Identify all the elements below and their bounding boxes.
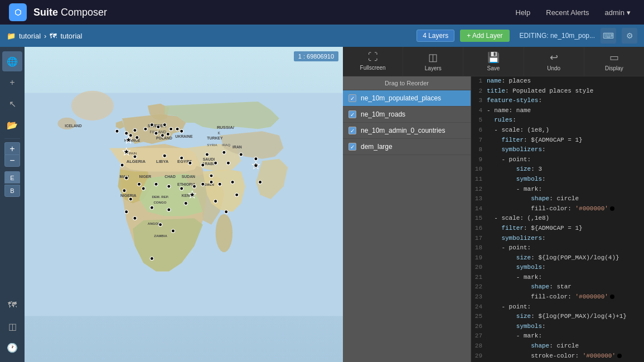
svg-point-41 — [180, 129, 183, 133]
sidebar-layers-btn[interactable]: ◫ — [2, 316, 22, 336]
svg-point-64 — [192, 185, 196, 188]
layer-item[interactable]: ✓dem_large — [343, 139, 471, 155]
layer-b-btn[interactable]: B — [4, 185, 20, 197]
map-area[interactable]: SWEDEN FINLAND ICELAND POLAND UKRAINE FR… — [25, 47, 343, 362]
svg-point-49 — [133, 155, 137, 158]
line-number: 29 — [471, 351, 487, 361]
sidebar-map-btn[interactable]: 🗺 — [2, 295, 22, 315]
svg-point-34 — [133, 129, 137, 132]
recent-alerts-link[interactable]: Recent Alerts — [541, 6, 593, 19]
line-content: symbols: — [487, 175, 546, 185]
gear-icon[interactable]: ⚙ — [622, 28, 637, 44]
line-number: 1 — [471, 76, 487, 86]
layer-item[interactable]: ✓ne_10m_populated_places — [343, 90, 471, 107]
line-number: 26 — [471, 322, 487, 332]
sidebar-plus-btn[interactable]: + — [2, 73, 22, 93]
svg-text:SAUDI: SAUDI — [203, 157, 215, 161]
code-panel[interactable]: 1name: places2title: Populated places st… — [471, 76, 644, 362]
svg-point-48 — [115, 129, 119, 133]
line-number: 14 — [471, 204, 487, 214]
svg-point-42 — [129, 134, 132, 137]
layer-checkbox[interactable]: ✓ — [348, 127, 356, 134]
sidebar-divider-1 — [4, 138, 20, 139]
zoom-in-btn[interactable]: + — [4, 142, 20, 155]
code-line: 23 fill-color: '#000000' — [471, 292, 644, 302]
display-label: Display — [605, 65, 623, 71]
admin-label: admin — [605, 8, 624, 17]
code-line: 24 - point: — [471, 302, 644, 312]
line-number: 4 — [471, 106, 487, 116]
svg-text:CHAD: CHAD — [164, 175, 176, 178]
breadcrumb-map[interactable]: tutorial — [60, 32, 82, 40]
brand-name: Suite Composer — [33, 7, 107, 18]
layer-checkbox[interactable]: ✓ — [348, 94, 356, 102]
breadcrumb-project[interactable]: tutorial — [19, 32, 41, 40]
help-link[interactable]: Help — [511, 6, 535, 19]
svg-text:UKRAINE: UKRAINE — [175, 134, 193, 138]
code-line: 28 shape: circle — [471, 341, 644, 351]
svg-text:IRAQ: IRAQ — [222, 143, 230, 147]
layer-item[interactable]: ✓ne_10m_roads — [343, 107, 471, 123]
svg-point-57 — [138, 182, 141, 186]
line-content: - mark: — [487, 185, 542, 195]
line-content: symbolizers: — [487, 234, 546, 244]
sidebar-cursor-btn[interactable]: ↖ — [2, 94, 22, 114]
line-content: shape: circle — [487, 194, 579, 204]
svg-point-45 — [154, 132, 158, 135]
keyboard-icon[interactable]: ⌨ — [601, 28, 616, 44]
line-content: feature-styles: — [487, 96, 542, 106]
code-line: 7 filter: ${ADM0CAP = 1} — [471, 136, 644, 146]
save-icon: 💾 — [487, 51, 500, 64]
map-breadcrumb-icon: 🗺 — [50, 32, 57, 40]
sidebar-folder-btn[interactable]: 📂 — [2, 115, 22, 135]
svg-point-75 — [150, 206, 153, 209]
admin-menu[interactable]: admin ▾ — [601, 6, 635, 19]
code-line: 25 size: ${log(POP_MAX)/log(4)+1} — [471, 312, 644, 322]
top-navigation: ⬡ Suite Composer Help Recent Alerts admi… — [0, 0, 644, 25]
svg-point-80 — [159, 223, 162, 226]
svg-point-40 — [176, 127, 179, 131]
svg-point-54 — [239, 153, 243, 156]
layers-count-badge[interactable]: 4 Layers — [417, 30, 454, 42]
line-number: 9 — [471, 155, 487, 165]
svg-text:ICELAND: ICELAND — [65, 124, 81, 128]
svg-point-76 — [167, 208, 171, 211]
line-number: 16 — [471, 224, 487, 234]
svg-point-46 — [161, 134, 164, 137]
line-number: 25 — [471, 312, 487, 322]
svg-point-60 — [142, 187, 145, 190]
layer-item[interactable]: ✓ne_10m_admin_0_countries — [343, 123, 471, 139]
line-content: name: places — [487, 76, 531, 86]
map-svg: SWEDEN FINLAND ICELAND POLAND UKRAINE FR… — [25, 47, 343, 362]
svg-point-65 — [201, 182, 205, 186]
layer-checkbox[interactable]: ✓ — [348, 110, 356, 118]
sidebar-clock-btn[interactable]: 🕐 — [2, 337, 22, 358]
svg-point-63 — [180, 187, 183, 190]
zoom-out-btn[interactable]: − — [4, 155, 20, 167]
svg-point-85 — [235, 193, 239, 196]
line-content: - point: — [487, 302, 531, 312]
code-line: 19 size: ${log(POP_MAX)/log(4)} — [471, 253, 644, 263]
line-number: 19 — [471, 253, 487, 263]
sidebar-globe-btn[interactable]: 🌐 — [2, 51, 22, 71]
add-layer-button[interactable]: + Add Layer — [460, 30, 509, 42]
layer-panel-header: Drag to Reorder — [343, 76, 471, 90]
layer-e-btn[interactable]: E — [4, 171, 20, 184]
line-number: 23 — [471, 292, 487, 302]
fullscreen-action-btn[interactable]: ⛶ Fullscreen — [343, 47, 403, 76]
display-action-btn[interactable]: ▭ Display — [584, 47, 644, 76]
svg-point-53 — [222, 151, 226, 154]
save-action-btn[interactable]: 💾 Save — [463, 47, 524, 76]
code-line: 17 symbolizers: — [471, 234, 644, 244]
layer-checkbox[interactable]: ✓ — [348, 143, 356, 151]
svg-text:K: K — [217, 131, 220, 135]
layers-action-btn[interactable]: ◫ Layers — [403, 47, 463, 76]
admin-caret-icon: ▾ — [627, 8, 631, 17]
line-number: 22 — [471, 282, 487, 292]
line-number: 11 — [471, 175, 487, 185]
undo-action-btn[interactable]: ↩ Undo — [524, 47, 584, 76]
code-line: 27 - mark: — [471, 331, 644, 341]
save-label: Save — [487, 65, 500, 71]
svg-text:SYRIA: SYRIA — [207, 143, 217, 147]
line-content: symbols: — [487, 263, 546, 273]
